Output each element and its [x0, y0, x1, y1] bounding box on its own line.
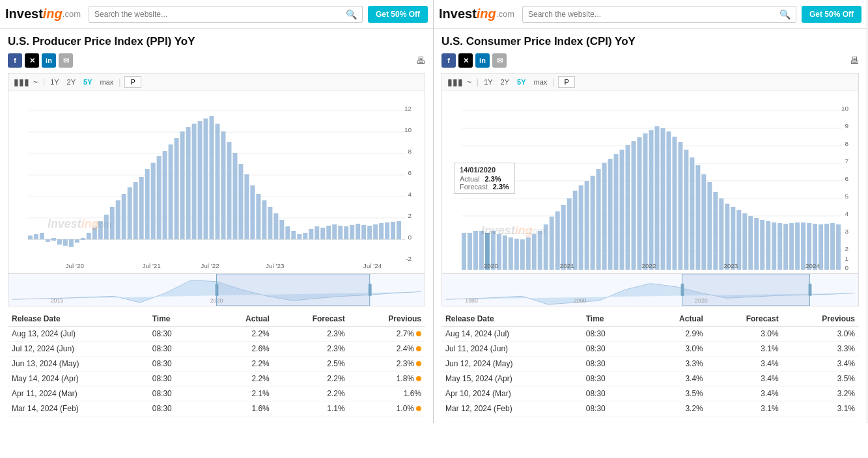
- svg-rect-148: [666, 131, 671, 270]
- cpi-content: U.S. Consumer Price Index (CPI) YoY f ✕ …: [434, 29, 867, 423]
- svg-rect-61: [291, 231, 296, 239]
- ppi-p-btn[interactable]: P: [124, 76, 141, 88]
- svg-rect-75: [373, 224, 378, 239]
- svg-rect-155: [707, 182, 712, 270]
- svg-rect-21: [57, 239, 62, 245]
- ppi-header: Investing.com 🔍 Get 50% Off: [0, 0, 433, 29]
- svg-rect-176: [830, 223, 835, 270]
- time: 08:30: [148, 401, 200, 416]
- cpi-twitter-btn[interactable]: ✕: [458, 53, 473, 68]
- status-dot: [416, 361, 421, 366]
- cpi-50off-button[interactable]: Get 50% Off: [802, 6, 861, 23]
- ppi-logo: Investing.com: [5, 7, 81, 21]
- time: 08:30: [582, 327, 634, 342]
- cpi-max-btn[interactable]: max: [530, 77, 552, 87]
- cpi-line-chart-icon[interactable]: ~: [467, 77, 471, 87]
- ppi-5y-btn[interactable]: 5Y: [79, 77, 96, 87]
- svg-rect-168: [783, 224, 788, 270]
- ppi-chart-main: 12 10 8 6 4 2 0 -2: [8, 91, 425, 273]
- cpi-search-box[interactable]: 🔍: [522, 6, 796, 23]
- ppi-email-btn[interactable]: ✉: [59, 53, 73, 68]
- release-date: Jul 12, 2024 (Jun): [8, 342, 148, 357]
- ppi-col-actual: Actual: [214, 312, 273, 327]
- ppi-table-row: Mar 14, 2024 (Feb) 08:30 1.6% 1.1% 1.0%: [8, 401, 425, 416]
- ppi-minimap[interactable]: 2015 2020: [8, 273, 425, 306]
- ppi-1y-btn[interactable]: 1Y: [46, 77, 63, 87]
- svg-text:2000: 2000: [574, 297, 587, 304]
- cpi-minimap[interactable]: 1980 2000 2020: [442, 273, 858, 306]
- svg-rect-158: [725, 204, 729, 270]
- svg-rect-177: [836, 224, 841, 270]
- cpi-2y-btn[interactable]: 2Y: [497, 77, 513, 87]
- cpi-email-btn[interactable]: ✉: [492, 53, 507, 68]
- cpi-search-icon: 🔍: [779, 9, 791, 20]
- svg-text:7: 7: [845, 157, 848, 165]
- ppi-50off-button[interactable]: Get 50% Off: [368, 6, 428, 23]
- svg-rect-20: [51, 238, 56, 241]
- svg-rect-161: [742, 213, 747, 270]
- svg-rect-170: [795, 222, 800, 270]
- svg-rect-70: [344, 226, 348, 239]
- ppi-facebook-btn[interactable]: f: [8, 53, 22, 68]
- actual-val: 2.9%: [648, 327, 707, 342]
- ppi-content: U.S. Producer Price Index (PPI) YoY f ✕ …: [0, 29, 433, 423]
- svg-rect-165: [766, 221, 770, 270]
- cpi-data-table: Release Date Time Actual Forecast Previo…: [441, 312, 859, 416]
- cpi-1y-btn[interactable]: 1Y: [480, 77, 496, 87]
- actual-val: 3.4%: [648, 371, 707, 386]
- ppi-line-chart-icon[interactable]: ~: [33, 77, 38, 87]
- svg-rect-34: [133, 182, 138, 239]
- ppi-search-box[interactable]: 🔍: [89, 6, 363, 23]
- cpi-search-input[interactable]: [528, 10, 779, 19]
- ppi-search-input[interactable]: [94, 10, 346, 19]
- previous-val: 3.1%: [783, 401, 859, 416]
- previous-val: 1.0%: [349, 401, 425, 416]
- svg-rect-38: [157, 156, 161, 239]
- ppi-col-forecast: Forecast: [273, 312, 349, 327]
- svg-rect-149: [672, 137, 677, 270]
- release-date: May 15, 2024 (Apr): [441, 371, 582, 386]
- forecast-val: 2.3%: [273, 327, 349, 342]
- cpi-table-row: Mar 12, 2024 (Feb) 08:30 3.2% 3.1% 3.1%: [441, 401, 859, 416]
- svg-text:2024: 2024: [805, 262, 820, 269]
- cpi-5y-btn[interactable]: 5Y: [513, 77, 529, 87]
- svg-rect-125: [532, 234, 537, 270]
- actual-val: 3.5%: [648, 386, 707, 401]
- ppi-social-bar: f ✕ in ✉ 🖶: [8, 53, 425, 68]
- actual-val: 2.2%: [214, 371, 273, 386]
- svg-rect-88: [216, 284, 219, 297]
- ppi-2y-btn[interactable]: 2Y: [63, 77, 79, 87]
- ppi-max-btn[interactable]: max: [96, 77, 118, 87]
- ppi-print-btn[interactable]: 🖶: [416, 55, 425, 66]
- svg-text:2022: 2022: [641, 262, 656, 269]
- release-date: Jul 11, 2024 (Jun): [441, 342, 582, 357]
- svg-text:2021: 2021: [560, 262, 575, 269]
- cpi-p-btn[interactable]: P: [558, 76, 574, 88]
- svg-rect-64: [309, 229, 313, 239]
- time: 08:30: [582, 357, 634, 371]
- svg-rect-59: [279, 220, 284, 239]
- svg-rect-124: [526, 237, 531, 270]
- previous-val: 2.3%: [349, 357, 425, 371]
- svg-rect-50: [227, 142, 231, 239]
- cpi-print-btn[interactable]: 🖶: [850, 55, 859, 66]
- actual-val: 3.3%: [648, 357, 707, 371]
- svg-rect-67: [326, 226, 331, 239]
- cpi-col-release-date: Release Date: [441, 312, 582, 327]
- cpi-chart-main: 14/01/2020 Actual 2.3% Forecast 2.3% 10 …: [442, 91, 858, 273]
- ppi-bar-chart-icon[interactable]: ▮▮▮: [14, 77, 29, 87]
- ppi-linkedin-btn[interactable]: in: [42, 53, 56, 68]
- cpi-title: U.S. Consumer Price Index (CPI) YoY: [441, 35, 859, 48]
- ppi-table-row: Aug 13, 2024 (Jul) 08:30 2.2% 2.3% 2.7%: [8, 327, 425, 342]
- svg-rect-31: [116, 200, 120, 239]
- svg-rect-42: [180, 131, 185, 239]
- ppi-chart-svg: 12 10 8 6 4 2 0 -2: [8, 91, 425, 273]
- cpi-linkedin-btn[interactable]: in: [475, 53, 490, 68]
- svg-rect-151: [684, 150, 688, 270]
- cpi-facebook-btn[interactable]: f: [441, 53, 456, 68]
- cpi-bar-chart-icon[interactable]: ▮▮▮: [447, 77, 463, 87]
- svg-rect-17: [34, 234, 38, 239]
- ppi-twitter-btn[interactable]: ✕: [25, 53, 39, 68]
- svg-rect-130: [561, 205, 566, 270]
- forecast-val: 3.4%: [707, 386, 783, 401]
